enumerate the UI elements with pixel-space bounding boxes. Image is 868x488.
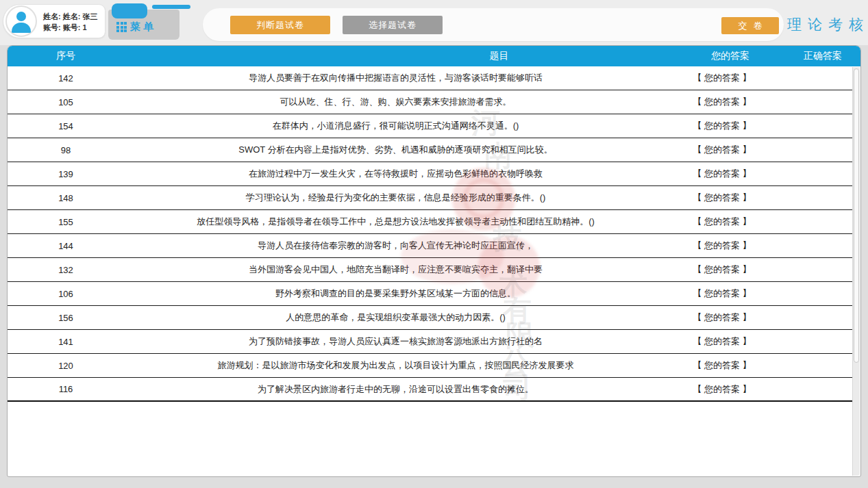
row-seq: 148 — [8, 193, 124, 203]
table-row[interactable]: 98 SWOT 分析在内容上是指对优势、劣势、机遇和威胁的逐项研究和相互间比较。… — [8, 138, 852, 162]
menu-tab-decoration — [112, 3, 147, 18]
table-header: 序号 题目 您的答案 正确答案 — [8, 46, 860, 66]
row-question: 导游人员在接待信奉宗教的游客时，向客人宣传无神论时应正面宣传， — [124, 240, 667, 252]
menu-bar-decoration — [152, 5, 190, 9]
row-question: 放任型领导风格，是指领导者在领导工作中，总是想方设法地发挥被领导者主动性和团结互… — [124, 216, 667, 228]
table-row[interactable]: 148 学习理论认为，经验是行为变化的主要依据，信息是经验形成的重要条件。() … — [8, 186, 852, 210]
row-question: 野外考察和调查的目的是要采集野外某区域某一方面的信息。 — [124, 287, 667, 300]
menu-button[interactable]: 菜单 — [108, 10, 179, 40]
column-header-your-answer: 您的答案 — [675, 50, 785, 62]
submit-paper-button[interactable]: 交卷 — [721, 17, 779, 34]
table-row[interactable]: 142 导游人员要善于在双向传播中把握语言的灵活性，与游客谈话时要能够听话 【 … — [8, 66, 852, 90]
table-body-rows: 142 导游人员要善于在双向传播中把握语言的灵活性，与游客谈话时要能够听话 【 … — [8, 66, 852, 402]
row-question: 为了解决景区内旅游者行走中的无聊，沿途可以设置出售零食的摊位。 — [124, 383, 667, 396]
row-seq: 155 — [8, 217, 124, 227]
row-seq: 105 — [8, 97, 124, 107]
column-header-seq: 序号 — [8, 50, 124, 62]
row-your-answer[interactable]: 【 您的答案 】 — [667, 383, 777, 396]
grid-menu-icon — [116, 22, 127, 32]
user-card: 姓名: 姓名: 张三 账号: 账号: 1 — [3, 4, 106, 38]
scrollbar-thumb[interactable] — [854, 68, 859, 363]
row-your-answer[interactable]: 【 您的答案 】 — [667, 96, 777, 108]
person-icon — [16, 12, 26, 21]
row-question: 可以从吃、住、行、游、购、娱六要素来安排旅游者需求。 — [124, 96, 667, 108]
row-your-answer[interactable]: 【 您的答案 】 — [667, 311, 777, 324]
table-row[interactable]: 155 放任型领导风格，是指领导者在领导工作中，总是想方设法地发挥被领导者主动性… — [8, 210, 852, 234]
table-row[interactable]: 132 当外国游客会见中国人，地陪充当翻译时，应注意不要喧宾夺主，翻译中要 【 … — [8, 258, 852, 282]
row-your-answer[interactable]: 【 您的答案 】 — [667, 192, 777, 204]
question-table: 序号 题目 您的答案 正确答案 142 导游人员要善于在双向传播中把握语言的灵活… — [7, 45, 861, 477]
table-row[interactable]: 106 野外考察和调查的目的是要采集野外某区域某一方面的信息。 【 您的答案 】 — [8, 282, 852, 306]
row-seq: 154 — [8, 121, 124, 131]
row-question: 在旅游过程中万一发生火灾，在等待救援时，应摇动色彩鲜艳的衣物呼唤救 — [124, 168, 667, 180]
column-header-correct-answer: 正确答案 — [785, 50, 860, 62]
toolbar-strip: 判断题试卷 选择题试卷 交卷 — [203, 8, 784, 41]
row-your-answer[interactable]: 【 您的答案 】 — [667, 240, 777, 252]
table-row[interactable]: 141 为了预防错接事故，导游人员应认真逐一核实旅游客源地派出方旅行社的名 【 … — [8, 330, 852, 354]
row-your-answer[interactable]: 【 您的答案 】 — [667, 335, 777, 348]
row-seq: 156 — [8, 313, 124, 323]
row-seq: 141 — [8, 337, 124, 347]
table-row[interactable]: 156 人的意思的革命，是实现组织变革最强大的动力因素。() 【 您的答案 】 — [8, 306, 852, 330]
row-seq: 106 — [8, 289, 124, 299]
row-question: 为了预防错接事故，导游人员应认真逐一核实旅游客源地派出方旅行社的名 — [124, 335, 667, 348]
table-row[interactable]: 120 旅游规划：是以旅游市场变化和发展为出发点，以项目设计为重点，按照国民经济… — [8, 354, 852, 378]
row-seq: 144 — [8, 241, 124, 251]
table-row[interactable]: 139 在旅游过程中万一发生火灾，在等待救援时，应摇动色彩鲜艳的衣物呼唤救 【 … — [8, 162, 852, 186]
column-header-question: 题目 — [124, 50, 675, 62]
row-your-answer[interactable]: 【 您的答案 】 — [667, 287, 777, 300]
table-row[interactable]: 116 为了解决景区内旅游者行走中的无聊，沿途可以设置出售零食的摊位。 【 您的… — [8, 378, 852, 402]
table-row[interactable]: 154 在群体内，小道消息盛行，很可能说明正式沟通网络不灵通。() 【 您的答案… — [8, 114, 852, 138]
table-row[interactable]: 144 导游人员在接待信奉宗教的游客时，向客人宣传无神论时应正面宣传， 【 您的… — [8, 234, 852, 258]
row-question: 导游人员要善于在双向传播中把握语言的灵活性，与游客谈话时要能够听话 — [124, 72, 667, 84]
row-your-answer[interactable]: 【 您的答案 】 — [667, 264, 777, 276]
top-bar: 姓名: 姓名: 张三 账号: 账号: 1 菜单 判断题试卷 选择题试卷 交卷 理… — [0, 0, 868, 45]
row-seq: 116 — [8, 384, 124, 394]
row-question: 学习理论认为，经验是行为变化的主要依据，信息是经验形成的重要条件。() — [124, 192, 667, 204]
page-title: 理论考核 — [787, 15, 868, 34]
row-your-answer[interactable]: 【 您的答案 】 — [667, 120, 777, 132]
row-your-answer[interactable]: 【 您的答案 】 — [667, 168, 777, 180]
scrollbar[interactable] — [852, 67, 860, 476]
table-row[interactable]: 105 可以从吃、住、行、游、购、娱六要素来安排旅游者需求。 【 您的答案 】 — [8, 90, 852, 114]
row-seq: 120 — [8, 361, 124, 371]
row-seq: 98 — [8, 145, 124, 155]
row-your-answer[interactable]: 【 您的答案 】 — [667, 216, 777, 228]
row-question: 当外国游客会见中国人，地陪充当翻译时，应注意不要喧宾夺主，翻译中要 — [124, 264, 667, 276]
row-seq: 139 — [8, 169, 124, 179]
choice-paper-button[interactable]: 选择题试卷 — [343, 16, 443, 34]
row-your-answer[interactable]: 【 您的答案 】 — [667, 359, 777, 372]
user-name-label: 姓名: 姓名: 张三 — [43, 11, 97, 22]
row-question: SWOT 分析在内容上是指对优势、劣势、机遇和威胁的逐项研究和相互间比较。 — [124, 144, 667, 156]
menu-label: 菜单 — [130, 21, 156, 34]
row-your-answer[interactable]: 【 您的答案 】 — [667, 144, 777, 156]
row-question: 旅游规划：是以旅游市场变化和发展为出发点，以项目设计为重点，按照国民经济发展要求 — [124, 359, 667, 372]
user-account-label: 账号: 账号: 1 — [43, 22, 97, 33]
row-seq: 132 — [8, 265, 124, 275]
user-avatar-icon — [5, 5, 37, 37]
judge-paper-button[interactable]: 判断题试卷 — [230, 16, 330, 34]
row-question: 人的意思的革命，是实现组织变革最强大的动力因素。() — [124, 311, 667, 324]
row-seq: 142 — [8, 73, 124, 84]
row-your-answer[interactable]: 【 您的答案 】 — [667, 72, 777, 84]
row-question: 在群体内，小道消息盛行，很可能说明正式沟通网络不灵通。() — [124, 120, 667, 132]
